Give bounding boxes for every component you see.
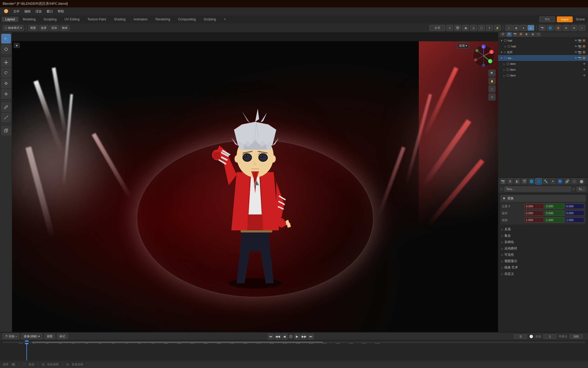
tab-modeling[interactable]: Modeling bbox=[19, 17, 39, 22]
prop-tab-output[interactable]: 🖥 bbox=[507, 178, 513, 185]
object-name-field[interactable]: Toru... bbox=[504, 187, 571, 191]
add-cube-tool[interactable] bbox=[1, 126, 11, 135]
prop-tab-view[interactable]: ◧ bbox=[514, 178, 520, 185]
play-btn[interactable]: ▶ bbox=[294, 334, 300, 339]
timeline-marker-btn[interactable]: 标记 bbox=[57, 334, 68, 339]
tab-rendering[interactable]: Rendering bbox=[152, 17, 174, 22]
viewport-render-mode[interactable]: ◈ bbox=[14, 43, 20, 48]
tab-sculpting[interactable]: Sculpting bbox=[40, 17, 60, 22]
step-back-btn[interactable]: ◀ bbox=[282, 334, 287, 339]
tab-add[interactable]: + bbox=[220, 17, 229, 22]
gizmo-btn[interactable]: ⊕ bbox=[571, 25, 577, 31]
transform-header[interactable]: ▼ 变换 bbox=[500, 195, 586, 202]
annotate-tool[interactable] bbox=[1, 102, 11, 112]
prop-tab-scene[interactable]: 🎬 bbox=[521, 178, 527, 185]
outliner-item-1[interactable]: ▷ ⬡ hair 👁 📷 🔆 bbox=[498, 43, 588, 49]
header-icon-4[interactable]: ✦ bbox=[486, 25, 493, 31]
viewport-options-btn[interactable]: 选项 ▾ bbox=[457, 43, 469, 48]
rendered-btn[interactable]: ◈ bbox=[527, 25, 534, 31]
outliner-item-0[interactable]: ▼ ⬡ hair 👁 📷 🔆 bbox=[498, 38, 588, 43]
jump-start-btn[interactable]: ⏮ bbox=[268, 334, 274, 339]
material-btn[interactable]: ● bbox=[520, 25, 527, 31]
outliner-item-2[interactable]: ▼ ○ 光环 👁 📷 🔆 bbox=[498, 49, 588, 55]
scale-tool[interactable] bbox=[1, 79, 11, 88]
timeline-scrollbar[interactable] bbox=[3, 342, 585, 343]
header-icon-3[interactable]: ⬡ bbox=[478, 25, 485, 31]
header-icon-5[interactable]: ⚡ bbox=[494, 25, 501, 31]
proportional-btn[interactable] bbox=[454, 25, 461, 31]
menu-help[interactable]: 帮助 bbox=[56, 9, 66, 14]
camera-icon-btn[interactable]: 📷 bbox=[539, 25, 546, 31]
header-icon-2[interactable]: ◎ bbox=[470, 25, 477, 31]
measure-tool[interactable] bbox=[1, 113, 11, 122]
outliner-item-3[interactable]: ▼ ⬡ sw... 👁 📷 🔆 bbox=[498, 55, 588, 61]
lineart-row[interactable]: ▷ 线条 艺术 bbox=[500, 264, 586, 271]
motion-paths-row[interactable]: ▷ 运动路径 bbox=[500, 245, 586, 252]
rotation-x[interactable]: 0.000 bbox=[525, 210, 544, 216]
current-frame-field[interactable]: 0 bbox=[514, 334, 527, 339]
prop-tab-world[interactable]: 🌐 bbox=[528, 178, 535, 185]
tab-animation[interactable]: Animation bbox=[130, 17, 151, 22]
tab-scripting[interactable]: Scripting bbox=[200, 17, 220, 22]
timeline-ruler[interactable]: -10 0 10 20 30 40 50 60 70 80 90 100 110… bbox=[0, 340, 588, 361]
prop-tab-physics[interactable]: 🔵 bbox=[557, 178, 563, 185]
start-frame-field[interactable]: 1 bbox=[543, 334, 557, 339]
pan-btn[interactable]: ✋ bbox=[489, 78, 495, 84]
snap-btn[interactable]: ⊙ bbox=[446, 25, 453, 31]
instances-row[interactable]: ▷ 实例化 bbox=[500, 239, 586, 245]
tab-compositing[interactable]: Compositing bbox=[174, 17, 200, 22]
render-icon-btn[interactable]: 🔆 bbox=[555, 25, 562, 31]
custom-props-row[interactable]: ▷ 自定义 bbox=[500, 271, 586, 277]
end-frame-field[interactable]: 500 bbox=[569, 334, 583, 339]
object-menu-btn[interactable]: 物体 bbox=[60, 25, 70, 31]
scale-x[interactable]: 1.000 bbox=[525, 217, 544, 223]
rotation-z[interactable]: 0.000 bbox=[565, 210, 584, 216]
cursor-tool[interactable] bbox=[1, 44, 11, 54]
prop-tab-data[interactable]: ⬡ bbox=[571, 178, 577, 185]
prop-tab-modifiers[interactable]: 🔧 bbox=[543, 178, 549, 185]
location-x[interactable]: 0.000 bbox=[525, 204, 544, 209]
nav-gizmo-area[interactable]: X Y Z 🔍 ✋ 🎥 ⊡ bbox=[472, 44, 495, 100]
view-menu-btn[interactable]: 视图 bbox=[28, 25, 38, 31]
visibility-row[interactable]: ▷ 可见性 bbox=[500, 252, 586, 258]
relations-row[interactable]: ▷ 关系 bbox=[500, 226, 586, 232]
outliner-item-5[interactable]: ▷ ⬡ item 👁 bbox=[498, 67, 588, 73]
menu-file[interactable]: 文件 bbox=[11, 9, 22, 14]
tab-shading[interactable]: Shading bbox=[110, 17, 129, 22]
header-icon-1[interactable]: ▣ bbox=[462, 25, 469, 31]
location-z[interactable]: 0.000 bbox=[565, 204, 584, 209]
step-forward-btn[interactable]: ▶▶ bbox=[301, 334, 307, 339]
scale-z[interactable]: 1.000 bbox=[565, 217, 584, 223]
viewport-3d[interactable]: HERO bbox=[12, 41, 498, 332]
menu-render[interactable]: 渲染 bbox=[33, 9, 44, 14]
prop-tab-constraints[interactable]: 🔗 bbox=[564, 178, 570, 185]
tab-layout[interactable]: Layout bbox=[2, 17, 19, 22]
jump-end-btn[interactable]: ⏭ bbox=[308, 334, 314, 339]
zoom-btn[interactable]: 🔍 bbox=[489, 70, 495, 77]
object-mode-dropdown[interactable]: ⬡ 物体模式 ▾ bbox=[3, 25, 24, 31]
timeline-view-btn[interactable]: 视图 bbox=[44, 334, 55, 339]
prop-tab-render[interactable]: 📷 bbox=[500, 178, 506, 185]
outliner-item-4[interactable]: ▷ ⬡ item 👁 bbox=[498, 61, 588, 67]
location-y[interactable]: 0.000 bbox=[545, 204, 564, 209]
select-tool[interactable] bbox=[1, 34, 11, 43]
timeline-camera-btn[interactable]: 摄像(插帧) ▾ bbox=[21, 334, 42, 339]
transform-tool[interactable] bbox=[1, 89, 11, 99]
prop-tab-material[interactable]: ⬤ bbox=[578, 178, 585, 185]
export-btn[interactable]: 导出 bbox=[539, 16, 555, 22]
scene-icon-btn[interactable]: 🌐 bbox=[547, 25, 554, 31]
import-btn[interactable]: Import bbox=[557, 16, 573, 22]
viewport-display-row[interactable]: ▷ 视图显示 bbox=[500, 258, 586, 264]
move-tool[interactable] bbox=[1, 57, 11, 67]
prev-keyframe-btn[interactable]: ◀◀ bbox=[275, 334, 281, 339]
rotation-y[interactable]: 0.000 bbox=[545, 210, 564, 216]
select-menu-btn[interactable]: 选择 bbox=[39, 25, 48, 31]
outliner-item-6[interactable]: ▷ ⬡ item 👁 bbox=[498, 73, 588, 78]
frame-btn[interactable]: ⊡ bbox=[489, 93, 495, 100]
solid-btn[interactable]: ◉ bbox=[513, 25, 520, 31]
tab-texture-paint[interactable]: Texture Paint bbox=[84, 17, 110, 22]
camera-view-btn[interactable]: 🎥 bbox=[489, 86, 495, 92]
object-data-field[interactable]: To... bbox=[577, 187, 586, 191]
wireframe-btn[interactable]: ⬡ bbox=[505, 25, 512, 31]
prop-tab-particles[interactable]: ✦ bbox=[550, 178, 556, 185]
